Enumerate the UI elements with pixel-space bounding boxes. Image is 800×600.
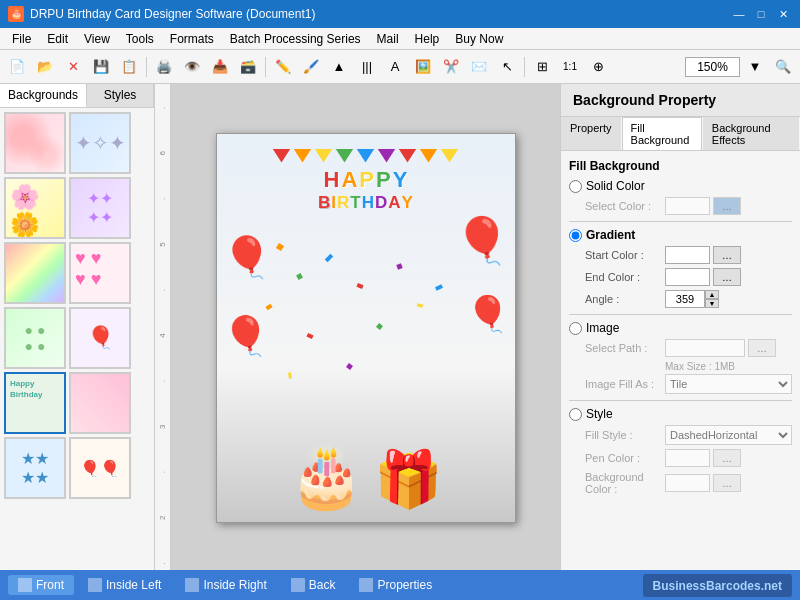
- preview-btn[interactable]: 👁️: [179, 54, 205, 80]
- fill-style-row: Fill Style : DashedHorizontal DashedVert…: [569, 425, 792, 445]
- happy-text: H A P P Y: [237, 167, 495, 193]
- angle-up-btn[interactable]: ▲: [705, 290, 719, 299]
- bg-thumb-9[interactable]: HappyBirthday: [4, 372, 66, 434]
- print-btn[interactable]: 🖨️: [151, 54, 177, 80]
- style-radio[interactable]: [569, 408, 582, 421]
- window-controls[interactable]: — □ ✕: [730, 5, 792, 23]
- divider-1: [569, 221, 792, 222]
- fill-style-select[interactable]: DashedHorizontal DashedVertical Solid: [665, 425, 792, 445]
- path-browse-btn[interactable]: …: [748, 339, 776, 357]
- menu-view[interactable]: View: [76, 30, 118, 48]
- open-btn[interactable]: 📂: [32, 54, 58, 80]
- zoom-dropdown-btn[interactable]: ▼: [742, 54, 768, 80]
- bg-thumb-12[interactable]: 🎈🎈: [69, 437, 131, 499]
- menu-help[interactable]: Help: [407, 30, 448, 48]
- end-color-label: End Color :: [585, 271, 665, 283]
- template-btn[interactable]: 🗃️: [235, 54, 261, 80]
- canvas-area: 1 . . . 2 . . . 3 . . . 4 . . . 5 . . . …: [155, 84, 560, 570]
- bg-thumb-1[interactable]: [4, 112, 66, 174]
- paint-btn[interactable]: 🖌️: [298, 54, 324, 80]
- tab-styles[interactable]: Styles: [87, 84, 154, 107]
- select-path-row: Select Path : …: [569, 339, 792, 357]
- gradient-radio[interactable]: [569, 229, 582, 242]
- tab-fill-background[interactable]: Fill Background: [622, 117, 702, 150]
- menu-formats[interactable]: Formats: [162, 30, 222, 48]
- menu-tools[interactable]: Tools: [118, 30, 162, 48]
- pen-color-browse-btn[interactable]: …: [713, 449, 741, 467]
- pen-color-swatch[interactable]: [665, 449, 710, 467]
- ratio-btn[interactable]: 1:1: [557, 54, 583, 80]
- email-btn[interactable]: ✉️: [466, 54, 492, 80]
- bg-thumb-6[interactable]: ♥ ♥♥ ♥: [69, 242, 131, 304]
- import-btn[interactable]: 📥: [207, 54, 233, 80]
- save-as-btn[interactable]: 📋: [116, 54, 142, 80]
- style-label: Style: [586, 407, 613, 421]
- barcode-btn[interactable]: |||: [354, 54, 380, 80]
- tab-properties[interactable]: Properties: [349, 575, 442, 595]
- grid-btn[interactable]: ⊞: [529, 54, 555, 80]
- title-bar: 🎂 DRPU Birthday Card Designer Software (…: [0, 0, 800, 28]
- image-label: Image: [586, 321, 619, 335]
- clip-btn[interactable]: ✂️: [438, 54, 464, 80]
- save-btn[interactable]: 💾: [88, 54, 114, 80]
- bg-thumb-3[interactable]: 🌸🌼: [4, 177, 66, 239]
- cursor-btn[interactable]: ↖: [494, 54, 520, 80]
- solid-color-radio[interactable]: [569, 180, 582, 193]
- bg-thumb-4[interactable]: ✦✦✦✦: [69, 177, 131, 239]
- tab-back[interactable]: Back: [281, 575, 346, 595]
- bg-thumb-2[interactable]: ✦✧✦: [69, 112, 131, 174]
- solid-select-color-row: Select Color : …: [569, 197, 792, 215]
- close-btn[interactable]: ✕: [774, 5, 792, 23]
- tab-inside-right[interactable]: Inside Right: [175, 575, 276, 595]
- bg-thumb-10[interactable]: [69, 372, 131, 434]
- image-radio[interactable]: [569, 322, 582, 335]
- shapes-btn[interactable]: ▲: [326, 54, 352, 80]
- menu-edit[interactable]: Edit: [39, 30, 76, 48]
- title-bar-left: 🎂 DRPU Birthday Card Designer Software (…: [8, 6, 315, 22]
- angle-spinner: ▲ ▼: [705, 290, 719, 308]
- zoom-input[interactable]: [685, 57, 740, 77]
- tab-inside-left[interactable]: Inside Left: [78, 575, 171, 595]
- menu-buynow[interactable]: Buy Now: [447, 30, 511, 48]
- bottom-items: 🎂 🎁: [247, 441, 485, 512]
- minimize-btn[interactable]: —: [730, 5, 748, 23]
- pencil-btn[interactable]: ✏️: [270, 54, 296, 80]
- start-color-swatch[interactable]: [665, 246, 710, 264]
- bg-thumb-8[interactable]: 🎈: [69, 307, 131, 369]
- tab-backgrounds[interactable]: Backgrounds: [0, 84, 87, 107]
- maximize-btn[interactable]: □: [752, 5, 770, 23]
- divider-3: [569, 400, 792, 401]
- bg-thumb-5[interactable]: [4, 242, 66, 304]
- text-btn[interactable]: A: [382, 54, 408, 80]
- zoom-out-btn[interactable]: 🔍: [770, 54, 796, 80]
- image-row: Image: [569, 321, 792, 335]
- zoom-in-btn[interactable]: ⊕: [585, 54, 611, 80]
- solid-select-color-label: Select Color :: [585, 200, 665, 212]
- angle-input[interactable]: [665, 290, 705, 308]
- close-doc-btn[interactable]: ✕: [60, 54, 86, 80]
- image-fill-as-select[interactable]: Tile Stretch Center Fit: [665, 374, 792, 394]
- bg-thumb-7[interactable]: ● ●● ●: [4, 307, 66, 369]
- end-color-row: End Color : …: [569, 268, 792, 286]
- end-color-browse-btn[interactable]: …: [713, 268, 741, 286]
- menu-batch[interactable]: Batch Processing Series: [222, 30, 369, 48]
- start-color-browse-btn[interactable]: …: [713, 246, 741, 264]
- tab-background-effects[interactable]: Background Effects: [703, 117, 799, 150]
- bg-color-label: Background Color :: [585, 471, 665, 495]
- new-btn[interactable]: 📄: [4, 54, 30, 80]
- inside-left-tab-label: Inside Left: [106, 578, 161, 592]
- bg-color-swatch[interactable]: [665, 474, 710, 492]
- solid-color-browse-btn[interactable]: …: [713, 197, 741, 215]
- tab-property[interactable]: Property: [561, 117, 621, 150]
- menu-file[interactable]: File: [4, 30, 39, 48]
- end-color-swatch[interactable]: [665, 268, 710, 286]
- bg-color-browse-btn[interactable]: …: [713, 474, 741, 492]
- bg-thumb-11[interactable]: ★★★★: [4, 437, 66, 499]
- tab-front[interactable]: Front: [8, 575, 74, 595]
- image-btn[interactable]: 🖼️: [410, 54, 436, 80]
- menu-mail[interactable]: Mail: [369, 30, 407, 48]
- solid-color-swatch[interactable]: [665, 197, 710, 215]
- angle-down-btn[interactable]: ▼: [705, 299, 719, 308]
- path-input[interactable]: [665, 339, 745, 357]
- angle-label: Angle :: [585, 293, 665, 305]
